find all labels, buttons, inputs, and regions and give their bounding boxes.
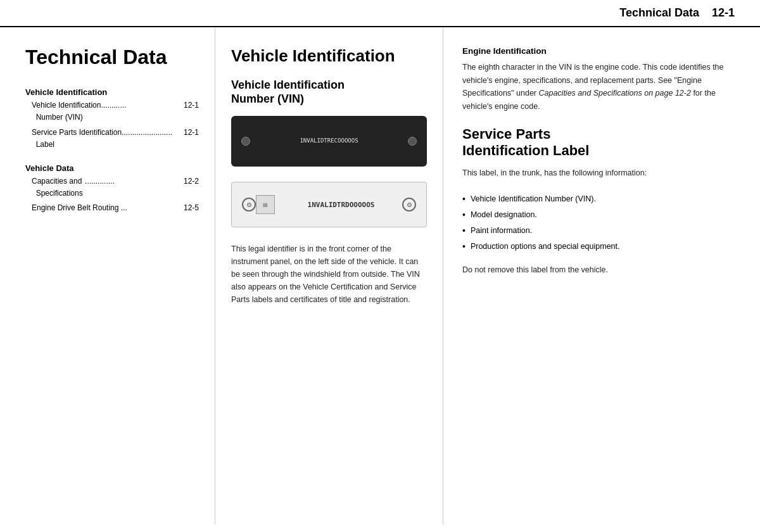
bullet-list: • Vehicle Identification Number (VIN). •…: [462, 193, 741, 253]
toc-main-title: Technical Data: [25, 46, 199, 68]
middle-column: Vehicle Identification Vehicle Identific…: [215, 27, 443, 524]
main-content: Technical Data Vehicle Identification Ve…: [0, 27, 760, 524]
italic-text: Capacities and Specifications on page 12…: [538, 89, 690, 98]
toc-capacities-label: Capacities and Specifications: [32, 175, 85, 200]
toc-service-parts-dots: ........................: [122, 127, 182, 139]
engine-id-text: The eighth character in the VIN is the e…: [462, 61, 741, 113]
service-parts-footer: Do not remove this label from the vehicl…: [462, 263, 741, 277]
vin-circle-left: [241, 137, 250, 146]
middle-section-title: Vehicle Identification: [231, 46, 427, 66]
toc-heading-vehicle-id: Vehicle Identification: [25, 87, 199, 97]
page-header: Technical Data 12-1: [0, 0, 760, 27]
toc-section-vehicle-data: Vehicle Data Capacities and Specificatio…: [25, 163, 199, 215]
header-title: Technical Data: [619, 6, 699, 20]
toc-vin-page: 12-1: [184, 99, 199, 111]
gear-icon-left: ⚙: [242, 198, 256, 212]
toc-belt-page: 12-5: [184, 202, 199, 214]
middle-body-text: This legal identifier is in the front co…: [231, 243, 427, 306]
toc-capacities-dots: ..............: [85, 175, 182, 187]
engine-id-heading: Engine Identification: [462, 46, 741, 56]
service-label-vin-text: 1NVALIDTRDOOOOOS: [280, 201, 402, 209]
list-item: • Production options and special equipme…: [462, 240, 741, 253]
small-box-icon: ▤: [263, 202, 268, 208]
toc-belt-dots: [127, 202, 182, 214]
list-item: • Model designation.: [462, 208, 741, 222]
service-parts-intro: This label, in the trunk, has the follow…: [462, 167, 741, 180]
bullet-dot: •: [462, 240, 466, 253]
list-item: • Vehicle Identification Number (VIN).: [462, 193, 741, 206]
toc-item-belt-routing: Engine Drive Belt Routing ... 12-5: [25, 202, 199, 214]
list-item: • Paint information.: [462, 224, 741, 238]
middle-subsection-title: Vehicle IdentificationNumber (VIN): [231, 79, 427, 106]
toc-item-capacities: Capacities and Specifications ..........…: [25, 175, 199, 200]
toc-section-vehicle-id: Vehicle Identification Vehicle Identific…: [25, 87, 199, 151]
gear-icon-right: ⚙: [402, 198, 416, 212]
header-page: 12-1: [712, 6, 735, 20]
service-parts-title: Service PartsIdentification Label: [462, 126, 741, 160]
bullet-dot: •: [462, 224, 466, 238]
toc-service-parts-page: 12-1: [184, 127, 199, 139]
toc-vin-dots: ............: [101, 99, 182, 111]
bullet-dot: •: [462, 208, 466, 222]
service-label-box: ⚙ ▤ 1NVALIDTRDOOOOOS ⚙: [231, 182, 427, 227]
bullet-item-4: Production options and special equipment…: [471, 240, 620, 253]
vin-code-label: 1NVALIDTRECOOOOOS: [300, 137, 358, 144]
service-label-small-box: ▤: [256, 195, 275, 214]
vin-circle-right: [408, 137, 417, 146]
vin-barcode-box: 1NVALIDTRECOOOOOS: [231, 116, 427, 167]
toc-item-service-parts: Service Parts Identification Label .....…: [25, 127, 199, 151]
toc-heading-vehicle-data: Vehicle Data: [25, 163, 199, 173]
bullet-item-1: Vehicle Identification Number (VIN).: [471, 193, 596, 206]
toc-item-vin: Vehicle Identification Number (VIN) ....…: [25, 99, 199, 124]
toc-column: Technical Data Vehicle Identification Ve…: [0, 27, 215, 524]
toc-vin-label: Vehicle Identification Number (VIN): [32, 99, 101, 124]
toc-service-parts-label: Service Parts Identification Label: [32, 127, 122, 151]
bullet-item-2: Model designation.: [471, 208, 537, 222]
vin-center: 1NVALIDTRECOOOOOS: [250, 137, 408, 146]
bullet-dot: •: [462, 193, 466, 206]
toc-belt-label: Engine Drive Belt Routing ...: [32, 202, 127, 214]
right-column: Engine Identification The eighth charact…: [443, 27, 760, 524]
toc-capacities-page: 12-2: [184, 175, 199, 187]
bullet-item-3: Paint information.: [471, 224, 532, 238]
